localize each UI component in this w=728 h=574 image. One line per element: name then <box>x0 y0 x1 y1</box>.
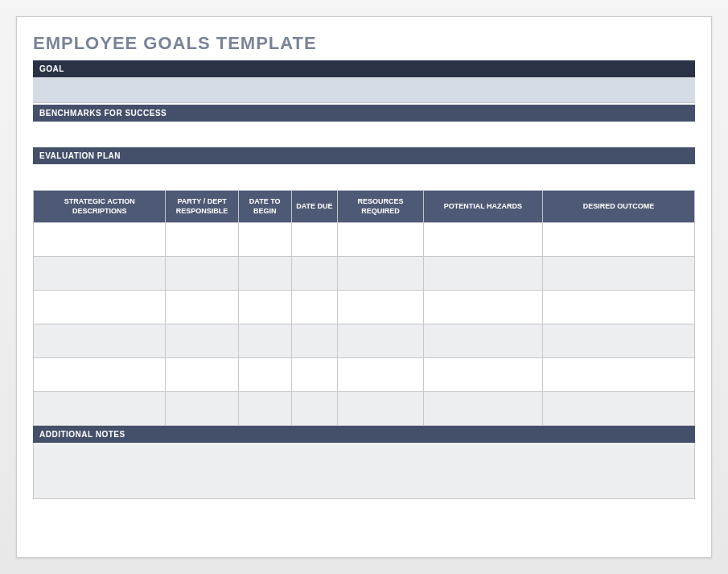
cell[interactable] <box>423 324 542 358</box>
table-header-row: STRATEGIC ACTION DESCRIPTIONS PARTY / DE… <box>34 191 695 223</box>
cell[interactable] <box>166 392 238 426</box>
cell[interactable] <box>291 291 338 324</box>
goal-header: GOAL <box>33 60 695 77</box>
col-header-party: PARTY / DEPT RESPONSIBLE <box>166 191 238 223</box>
col-header-begin: DATE TO BEGIN <box>238 191 291 223</box>
benchmarks-header: BENCHMARKS FOR SUCCESS <box>33 105 695 122</box>
table-row <box>34 358 695 392</box>
cell[interactable] <box>338 392 424 426</box>
cell[interactable] <box>166 324 238 358</box>
cell[interactable] <box>166 223 238 257</box>
cell[interactable] <box>542 223 694 257</box>
col-header-hazards: POTENTIAL HAZARDS <box>423 191 542 223</box>
cell[interactable] <box>338 223 424 257</box>
cell[interactable] <box>34 324 166 358</box>
cell[interactable] <box>291 324 338 358</box>
cell[interactable] <box>423 257 542 291</box>
strategic-table: STRATEGIC ACTION DESCRIPTIONS PARTY / DE… <box>33 190 695 426</box>
cell[interactable] <box>34 257 166 291</box>
cell[interactable] <box>238 324 291 358</box>
cell[interactable] <box>34 392 166 426</box>
col-header-strategic: STRATEGIC ACTION DESCRIPTIONS <box>34 191 166 223</box>
cell[interactable] <box>291 392 338 426</box>
goal-input[interactable] <box>33 77 695 103</box>
cell[interactable] <box>34 291 166 324</box>
cell[interactable] <box>34 358 166 392</box>
table-row <box>34 392 695 426</box>
cell[interactable] <box>238 392 291 426</box>
cell[interactable] <box>423 358 542 392</box>
cell[interactable] <box>291 358 338 392</box>
page-title: EMPLOYEE GOALS TEMPLATE <box>33 33 695 54</box>
template-page: EMPLOYEE GOALS TEMPLATE GOAL BENCHMARKS … <box>16 16 712 558</box>
cell[interactable] <box>542 358 694 392</box>
cell[interactable] <box>291 223 338 257</box>
cell[interactable] <box>338 358 424 392</box>
cell[interactable] <box>542 257 694 291</box>
cell[interactable] <box>238 291 291 324</box>
cell[interactable] <box>423 392 542 426</box>
cell[interactable] <box>338 324 424 358</box>
cell[interactable] <box>423 291 542 324</box>
cell[interactable] <box>338 291 424 324</box>
cell[interactable] <box>238 223 291 257</box>
col-header-due: DATE DUE <box>291 191 338 223</box>
cell[interactable] <box>166 358 238 392</box>
cell[interactable] <box>338 257 424 291</box>
table-row <box>34 324 695 358</box>
evaluation-header: EVALUATION PLAN <box>33 147 695 164</box>
cell[interactable] <box>423 223 542 257</box>
table-body <box>34 223 695 426</box>
cell[interactable] <box>542 392 694 426</box>
cell[interactable] <box>166 291 238 324</box>
notes-input[interactable] <box>33 443 695 499</box>
cell[interactable] <box>34 223 166 257</box>
cell[interactable] <box>238 358 291 392</box>
cell[interactable] <box>542 291 694 324</box>
cell[interactable] <box>291 257 338 291</box>
table-row <box>34 257 695 291</box>
col-header-outcome: DESIRED OUTCOME <box>542 191 694 223</box>
cell[interactable] <box>166 257 238 291</box>
table-row <box>34 291 695 324</box>
cell[interactable] <box>238 257 291 291</box>
table-row <box>34 223 695 257</box>
cell[interactable] <box>542 324 694 358</box>
col-header-resources: RESOURCES REQUIRED <box>338 191 424 223</box>
notes-header: ADDITIONAL NOTES <box>33 426 695 443</box>
evaluation-input[interactable] <box>33 164 695 190</box>
benchmarks-input[interactable] <box>33 122 695 147</box>
